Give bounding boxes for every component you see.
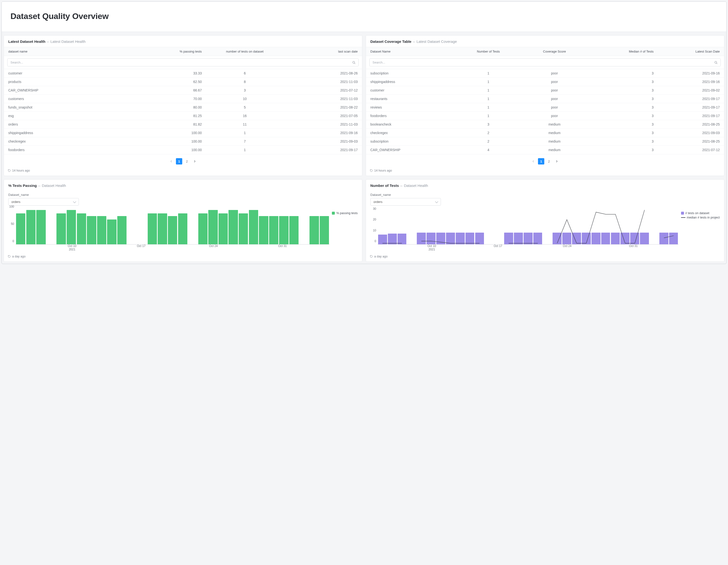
cell-dataset-name: subscription [370,71,455,75]
pager-page[interactable]: 1 [176,158,182,164]
col-header[interactable]: % passing tests [137,50,202,53]
pager-next[interactable] [554,158,560,164]
table-row[interactable]: CAR_OWNERSHIP4medium32021-07-12 [366,146,724,154]
panel-footer: 14 hours ago [4,166,362,176]
table-row[interactable]: funds_snapshot80.0052021-08-22 [4,103,362,112]
cell-score: medium [521,148,588,152]
panel-dataset-health: Latest Dataset Health – Latest Dataset H… [4,35,362,176]
table-row[interactable]: foodorders100.0012021-09-17 [4,146,362,154]
filter-label: Dataset_name [8,193,358,197]
cell-dataset-name: checkregex [370,131,455,135]
panel-number-of-tests: Number of Tests – Dataset Health Dataset… [366,179,724,262]
cell-n: 2 [455,131,521,135]
cell-median: 3 [588,88,654,92]
chart-number-of-tests[interactable]: 0102030 Oct 102021Oct 17Oct 24Oct 31 [370,210,679,251]
cell-date: 2021-07-12 [654,148,720,152]
y-tick: 50 [11,222,14,226]
cell-median: 3 [588,97,654,101]
col-header[interactable]: Dataset Name [370,50,455,53]
table-row[interactable]: booleancheck3medium32021-08-25 [366,120,724,129]
svg-line-1 [355,63,355,64]
table-row[interactable]: checkregex2medium32021-09-03 [366,129,724,137]
cell-n: 1 [455,88,521,92]
table-row[interactable]: products62.5082021-11-03 [4,78,362,86]
panel-footer: a day ago [4,252,362,262]
table-header: dataset name % passing tests number of t… [4,47,362,56]
col-header[interactable]: last scan date [288,50,358,53]
table-row[interactable]: shippingaddress1poor32021-09-16 [366,78,724,86]
panel-title: Number of Tests [370,183,399,188]
pager-page[interactable]: 2 [546,158,552,164]
cell-date: 2021-09-03 [288,139,358,143]
table-row[interactable]: orders81.82112021-11-03 [4,120,362,129]
cell-score: poor [521,71,588,75]
search-input[interactable] [369,58,721,66]
panel-footer: a day ago [366,252,724,262]
x-tick: Oct 102021 [68,245,76,251]
pager-page[interactable]: 1 [538,158,544,164]
col-header[interactable]: number of tests on dataset [202,50,288,53]
cell-dataset-name: subscription [370,139,455,143]
table-row[interactable]: esg81.25162021-07-05 [4,112,362,120]
pager-prev[interactable] [168,158,174,164]
cell-date: 2021-09-17 [654,97,720,101]
svg-point-0 [353,61,355,63]
cell-date: 2021-11-03 [288,122,358,126]
bar [249,210,258,244]
dataset-select[interactable]: orders [370,198,441,206]
cell-pct: 80.00 [137,105,202,109]
pager-next[interactable] [191,158,198,164]
y-tick: 100 [9,205,14,208]
cell-date: 2021-09-16 [654,71,720,75]
cell-n: 4 [455,148,521,152]
svg-point-2 [715,61,717,63]
cell-pct: 100.00 [137,139,202,143]
table-row[interactable]: checkregex100.0072021-09-03 [4,137,362,146]
table-row[interactable]: subscription2medium32021-08-25 [366,137,724,146]
panel-footer: 14 hours ago [366,166,724,176]
table-row[interactable]: shippingaddress100.0012021-09-16 [4,129,362,137]
col-header[interactable]: Median # of Tests [588,50,654,53]
pager-page[interactable]: 2 [184,158,190,164]
search-row [366,56,724,69]
cell-pct: 100.00 [137,148,202,152]
bar [178,213,187,244]
cell-score: poor [521,80,588,84]
bar [208,210,218,244]
search-row [4,56,362,69]
table-row[interactable]: CAR_OWNERSHIP66.6732021-07-12 [4,86,362,95]
chart-pct-passing[interactable]: 050100 Oct 102021Oct 17Oct 24Oct 31 [8,210,329,251]
dataset-select[interactable]: orders [8,198,79,206]
table-row[interactable]: restaurants1poor32021-09-17 [366,95,724,103]
chart-legend: # tests on dataset median # tests in pro… [681,210,720,251]
cell-date: 2021-09-17 [654,114,720,118]
legend-swatch-icon [332,212,335,215]
bar [36,210,45,244]
cell-pct: 70.00 [137,97,202,101]
x-tick: Oct 17 [137,245,145,248]
search-icon [352,61,356,64]
col-header[interactable]: Number of Tests [455,50,521,53]
y-tick: 0 [374,239,376,243]
updated-label: 14 hours ago [374,169,392,172]
col-header[interactable]: Coverage Score [521,50,588,53]
cell-n: 16 [202,114,288,118]
search-input[interactable] [7,58,359,66]
legend-line-icon [681,217,685,218]
panel-head: % Tests Passing – Dataset Health [4,180,362,191]
x-tick: Oct 31 [629,245,637,248]
table-row[interactable]: reviews1poor32021-09-17 [366,103,724,112]
table-row[interactable]: customer1poor32021-09-02 [366,86,724,95]
table-row[interactable]: customer33.3362021-08-26 [4,69,362,78]
table-row[interactable]: subscription1poor32021-09-16 [366,69,724,78]
table-row[interactable]: foodorders1poor32021-09-17 [366,112,724,120]
legend-label: % passing tests [336,211,358,215]
pager-prev[interactable] [530,158,537,164]
col-header[interactable]: Latest Scan Date [654,50,720,53]
updated-label: a day ago [12,255,26,258]
table-row[interactable]: customers70.00102021-11-03 [4,95,362,103]
cell-pct: 81.25 [137,114,202,118]
bar [239,213,248,244]
col-header[interactable]: dataset name [8,50,137,53]
page-header: Dataset Quality Overview [2,2,726,32]
